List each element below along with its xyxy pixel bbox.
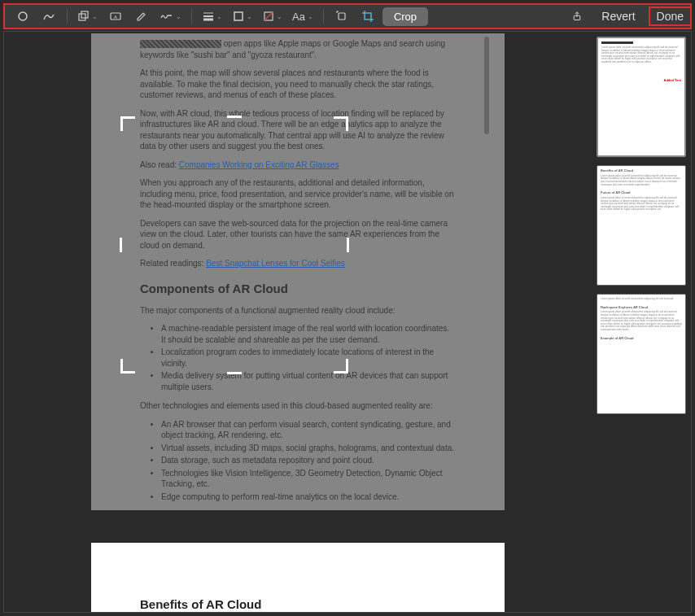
chevron-down-icon: ⌄ <box>216 13 222 20</box>
document-viewport[interactable]: open apps like Apple maps or Google Maps… <box>4 32 592 612</box>
svg-text:A: A <box>114 15 117 20</box>
thumbnail-page-3[interactable]: Lorem ipsum dolor sit amet consectetur a… <box>597 294 686 414</box>
separator <box>191 9 192 24</box>
page-text: open apps like Apple maps or Google Maps… <box>91 33 505 612</box>
chevron-down-icon: ⌄ <box>308 13 313 20</box>
next-page: Benefits of AR Cloud <box>91 543 505 612</box>
separator <box>67 9 68 24</box>
heading-benefits: Benefits of AR Cloud <box>140 596 456 612</box>
heading-components: Components of AR Cloud <box>140 281 456 297</box>
highlight-tool[interactable] <box>130 7 153 26</box>
chevron-down-icon: ⌄ <box>92 13 98 20</box>
rotate-tool[interactable] <box>330 7 353 26</box>
svg-rect-2 <box>81 11 88 18</box>
line-weight-dropdown[interactable]: ⌄ <box>199 8 225 24</box>
border-color-dropdown[interactable]: ⌄ <box>229 8 256 24</box>
text-style-dropdown[interactable]: Aa⌄ <box>289 9 317 24</box>
svg-rect-1 <box>79 14 85 20</box>
circle-select-tool[interactable] <box>11 7 34 26</box>
sign-dropdown[interactable]: ⌄ <box>156 8 185 24</box>
chevron-down-icon: ⌄ <box>176 13 181 20</box>
tech-list: An AR browser that can perform visual se… <box>140 419 456 503</box>
svg-rect-11 <box>339 13 345 20</box>
fill-color-dropdown[interactable]: ⌄ <box>259 8 286 24</box>
done-button[interactable]: Done <box>649 7 692 26</box>
shapes-dropdown[interactable]: ⌄ <box>74 8 101 24</box>
toolbar-right-group: Revert Done <box>566 3 692 29</box>
crop-apply-button[interactable]: Crop <box>382 7 428 26</box>
svg-rect-8 <box>234 12 243 20</box>
thumbnail-annotation: Added Text <box>664 79 681 83</box>
scrollbar-thumb[interactable] <box>484 37 489 134</box>
svg-line-10 <box>264 12 273 20</box>
redacted-text <box>140 40 221 48</box>
components-list: A machine-readable persistent image of t… <box>140 323 456 392</box>
scrollbar[interactable] <box>484 37 491 607</box>
thumbnail-page-1[interactable]: Lorem ipsum dolor sit amet consectetur a… <box>597 37 686 157</box>
document-page: open apps like Apple maps or Google Maps… <box>91 33 505 612</box>
separator <box>323 9 324 24</box>
link-ar-glasses[interactable]: Companies Working on Exciting AR Glasses <box>179 160 339 169</box>
link-snapchat[interactable]: Best Snapchat Lenses for Cool Selfies <box>206 259 345 268</box>
share-button[interactable] <box>566 7 588 26</box>
text-box-tool[interactable]: A <box>104 7 127 26</box>
thumbnail-sidebar: Lorem ipsum dolor sit amet consectetur a… <box>592 32 691 612</box>
chevron-down-icon: ⌄ <box>277 13 282 20</box>
sketch-tool[interactable] <box>37 7 60 26</box>
page-gap <box>91 510 505 543</box>
revert-button[interactable]: Revert <box>595 7 641 26</box>
main-area: open apps like Apple maps or Google Maps… <box>3 31 692 613</box>
crop-tool[interactable] <box>356 7 379 26</box>
thumbnail-page-2[interactable]: Benefits of AR Cloud Lorem ipsum dolor s… <box>597 165 686 286</box>
svg-point-0 <box>19 12 27 20</box>
chevron-down-icon: ⌄ <box>247 13 252 20</box>
